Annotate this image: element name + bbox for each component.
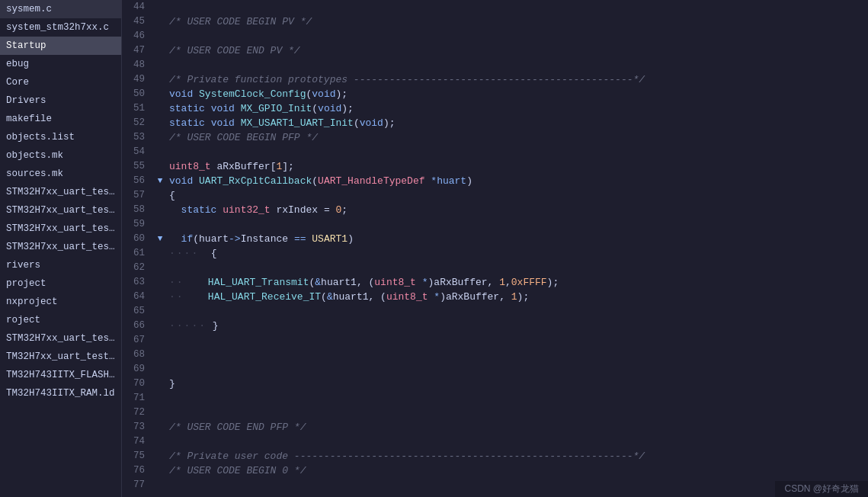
line-content-52: static void MX_USART1_UART_Init(void); — [166, 116, 868, 130]
sidebar-item-core[interactable]: Core — [0, 73, 121, 91]
line-content-57: { — [166, 188, 868, 203]
line-num-52: 52 — [122, 116, 154, 130]
code-line-52: 52 static void MX_USART1_UART_Init(void)… — [122, 116, 868, 130]
line-num-51: 51 — [122, 101, 154, 116]
line-content-55: uint8_t aRxBuffer[1]; — [166, 159, 868, 174]
sidebar-item-startup[interactable]: Startup — [0, 37, 121, 55]
line-content-50: void SystemClock_Config(void); — [166, 87, 868, 101]
code-line-72: 72 — [122, 406, 868, 420]
fold-60[interactable]: ▼ — [154, 232, 166, 246]
sidebar-item-flash-ld[interactable]: TM32H743IITX_FLASH.ld — [0, 366, 121, 384]
line-num-59: 59 — [122, 217, 154, 232]
line-num-45: 45 — [122, 14, 154, 29]
sidebar-item-bin[interactable]: STM32H7xx_uart_test.bin — [0, 183, 121, 201]
code-line-61: 61 ···· { — [122, 246, 868, 261]
code-line-55: 55 uint8_t aRxBuffer[1]; — [122, 159, 868, 174]
code-line-46: 46 — [122, 29, 868, 43]
line-num-64: 64 — [122, 290, 154, 304]
code-line-64: 64 ·· HAL_UART_Receive_IT(&huart1, (uint… — [122, 290, 868, 304]
sidebar-item-debug[interactable]: STM32H7xx_uart_test De... — [0, 329, 121, 348]
line-content-66: ····· } — [166, 319, 868, 333]
sidebar-item-sources-mk[interactable]: sources.mk — [0, 165, 121, 183]
code-line-77: 77 — [122, 478, 868, 492]
line-num-65: 65 — [122, 304, 154, 319]
line-content-63: ·· HAL_UART_Transmit(&huart1, (uint8_t *… — [166, 275, 868, 290]
code-editor: 44 45 /* USER CODE BEGIN PV */ 46 47 /* … — [122, 0, 868, 497]
sidebar-item-objects-mk[interactable]: objects.mk — [0, 146, 121, 165]
sidebar-item-ram-ld[interactable]: TM32H743IITX_RAM.ld — [0, 384, 121, 402]
code-line-70: 70 } — [122, 377, 868, 391]
line-num-54: 54 — [122, 145, 154, 159]
line-num-69: 69 — [122, 362, 154, 377]
sidebar-item-system-stm32h7xx[interactable]: system_stm32h7xx.c — [0, 18, 121, 37]
code-line-73: 73 /* USER CODE END PFP */ — [122, 420, 868, 434]
line-content-70: } — [166, 377, 868, 391]
line-num-76: 76 — [122, 463, 154, 478]
code-line-66: 66 ····· } — [122, 319, 868, 333]
line-num-67: 67 — [122, 333, 154, 348]
line-num-73: 73 — [122, 420, 154, 434]
watermark: CSDN @好奇龙猫 — [775, 481, 868, 497]
code-line-69: 69 — [122, 362, 868, 377]
code-line-62: 62 — [122, 261, 868, 275]
line-num-68: 68 — [122, 348, 154, 362]
sidebar-item-sysmem[interactable]: sysmem.c — [0, 0, 121, 18]
code-line-48: 48 — [122, 58, 868, 72]
line-num-77: 77 — [122, 478, 154, 492]
code-lines: 44 45 /* USER CODE BEGIN PV */ 46 47 /* … — [122, 0, 868, 497]
code-line-45: 45 /* USER CODE BEGIN PV */ — [122, 14, 868, 29]
sidebar-item-nxproject[interactable]: nxproject — [0, 293, 121, 311]
line-num-72: 72 — [122, 406, 154, 420]
code-line-63: 63 ·· HAL_UART_Transmit(&huart1, (uint8_… — [122, 275, 868, 290]
fold-56[interactable]: ▼ — [154, 174, 166, 188]
line-num-53: 53 — [122, 130, 154, 145]
line-content-64: ·· HAL_UART_Receive_IT(&huart1, (uint8_t… — [166, 290, 868, 304]
line-num-62: 62 — [122, 261, 154, 275]
sidebar-item-objects-list[interactable]: objects.list — [0, 128, 121, 146]
code-line-71: 71 — [122, 391, 868, 406]
sidebar-item-roject[interactable]: roject — [0, 311, 121, 329]
line-content-49: /* Private function prototypes ---------… — [166, 72, 868, 87]
line-content-58: static uint32_t rxIndex = 0; — [166, 203, 868, 217]
line-num-48: 48 — [122, 58, 154, 72]
sidebar-item-project[interactable]: project — [0, 274, 121, 293]
sidebar-item-list[interactable]: STM32H7xx_uart_test.list — [0, 220, 121, 238]
code-line-75: 75 /* Private user code ----------------… — [122, 449, 868, 463]
file-explorer: sysmem.c system_stm32h7xx.c Startup ebug… — [0, 0, 122, 497]
code-line-51: 51 static void MX_GPIO_Init(void); — [122, 101, 868, 116]
line-content-53: /* USER CODE BEGIN PFP */ — [166, 130, 868, 145]
code-line-58: 58 static uint32_t rxIndex = 0; — [122, 203, 868, 217]
code-line-47: 47 /* USER CODE END PV */ — [122, 43, 868, 58]
line-num-70: 70 — [122, 377, 154, 391]
code-line-68: 68 — [122, 348, 868, 362]
code-line-76: 76 /* USER CODE BEGIN 0 */ — [122, 463, 868, 478]
line-content-61: ···· { — [166, 246, 868, 261]
line-content-73: /* USER CODE END PFP */ — [166, 420, 868, 434]
code-line-65: 65 — [122, 304, 868, 319]
line-num-58: 58 — [122, 203, 154, 217]
sidebar-item-map[interactable]: STM32H7xx_uart_test.m... — [0, 238, 121, 256]
code-line-67: 67 — [122, 333, 868, 348]
sidebar-item-drivers[interactable]: Drivers — [0, 91, 121, 110]
code-line-59: 59 — [122, 217, 868, 232]
line-num-61: 61 — [122, 246, 154, 261]
line-num-57: 57 — [122, 188, 154, 203]
line-content-75: /* Private user code -------------------… — [166, 449, 868, 463]
line-num-75: 75 — [122, 449, 154, 463]
code-line-60: 60 ▼ if(huart->Instance == USART1) — [122, 232, 868, 246]
sidebar-item-ioc[interactable]: TM32H7xx_uart_test.ioc — [0, 348, 121, 366]
line-num-56: 56 — [122, 174, 154, 188]
line-num-63: 63 — [122, 275, 154, 290]
sidebar-item-makefile[interactable]: makefile — [0, 110, 121, 128]
sidebar-item-elf[interactable]: STM32H7xx_uart_test.elf — [0, 201, 121, 220]
code-line-53: 53 /* USER CODE BEGIN PFP */ — [122, 130, 868, 145]
sidebar-item-ebug[interactable]: ebug — [0, 55, 121, 73]
code-line-44: 44 — [122, 0, 868, 14]
line-content-47: /* USER CODE END PV */ — [166, 43, 868, 58]
line-content-60: if(huart->Instance == USART1) — [166, 232, 868, 246]
line-num-46: 46 — [122, 29, 154, 43]
code-line-74: 74 — [122, 434, 868, 449]
line-num-44: 44 — [122, 0, 154, 14]
sidebar-item-rivers[interactable]: rivers — [0, 256, 121, 274]
line-num-74: 74 — [122, 434, 154, 449]
